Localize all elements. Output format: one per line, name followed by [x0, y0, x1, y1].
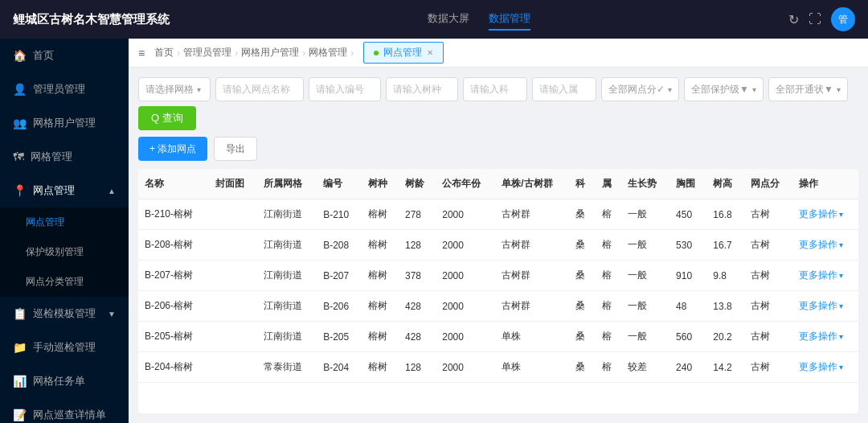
sidebar-item-grid[interactable]: 🗺 网格管理: [0, 140, 129, 174]
sidebar-item-admin[interactable]: 👤 管理员管理: [0, 72, 129, 106]
table-header-row: 名称 封面图 所属网格 编号 树种 树龄 公布年份 单株/古树群 科 属 生长势…: [138, 169, 858, 199]
admin-icon: 👤: [13, 83, 27, 96]
filter-status-arrow: ▾: [837, 85, 841, 94]
col-type: 单株/古树群: [495, 169, 569, 199]
tab-node-manage[interactable]: 网点管理 ✕: [363, 42, 444, 64]
sidebar-item-home[interactable]: 🏠 首页: [0, 39, 129, 72]
op-more-link[interactable]: 更多操作 ▾: [799, 330, 852, 343]
table-row: B-206-榕树江南街道B-206榕树4282000古树群桑榕一般4813.8古…: [138, 291, 858, 322]
filter-bar: 请选择网格 ▾ 全部网点分✓ ▾ 全部保护级▼ ▾ 全部开通状▼: [138, 77, 858, 130]
nav-data-screen[interactable]: 数据大屏: [428, 8, 469, 31]
col-growth: 生长势: [621, 169, 669, 199]
filter-grid-select[interactable]: 请选择网格 ▾: [138, 77, 211, 101]
table-row: B-207-榕树江南街道B-207榕树3782000古树群桑榕一般9109.8古…: [138, 261, 858, 291]
filter-name-input[interactable]: [215, 77, 304, 101]
avatar[interactable]: 管: [831, 7, 855, 31]
fullscreen-icon[interactable]: ⛶: [809, 12, 821, 27]
col-family: 科: [569, 169, 595, 199]
tabs-bar: ≡ 首页 › 管理员管理 › 网格用户管理 › 网格管理 › 网点管理 ✕: [129, 39, 868, 68]
filter-grid-placeholder: 请选择网格: [145, 83, 194, 97]
grid-user-icon: 👥: [13, 117, 27, 129]
op-more-link[interactable]: 更多操作 ▾: [799, 360, 852, 374]
op-more-link[interactable]: 更多操作 ▾: [799, 299, 852, 313]
layout: 🏠 首页 👤 管理员管理 👥 网格用户管理 🗺 网格管理 📍 网点管理 ▲ 网点…: [0, 39, 868, 423]
breadcrumb-admin[interactable]: 管理员管理: [183, 46, 231, 60]
filter-score-label: 全部网点分✓: [608, 83, 665, 97]
table-row: B-208-榕树江南街道B-208榕树1282000古树群桑榕一般53016.7…: [138, 230, 858, 261]
add-node-button[interactable]: + 添加网点: [138, 137, 207, 161]
filter-score-arrow: ▾: [668, 85, 672, 94]
op-chevron-icon: ▾: [839, 363, 843, 372]
col-score: 网点分: [744, 169, 792, 199]
op-chevron-icon: ▾: [839, 302, 843, 310]
sidebar-sub-classification[interactable]: 网点分类管理: [0, 267, 129, 297]
grid-icon: 🗺: [13, 150, 24, 163]
col-code: 编号: [317, 169, 362, 199]
main-content: ≡ 首页 › 管理员管理 › 网格用户管理 › 网格管理 › 网点管理 ✕: [129, 39, 868, 423]
home-icon: 🏠: [13, 49, 27, 62]
header-actions: ↻ ⛶ 管: [788, 7, 855, 31]
col-species: 树种: [362, 169, 399, 199]
breadcrumb-grid[interactable]: 网格管理: [309, 46, 347, 60]
export-button[interactable]: 导出: [214, 137, 257, 161]
template-icon: 📋: [13, 307, 27, 320]
filter-genus-input[interactable]: [532, 77, 596, 101]
table-row: B-205-榕树江南街道B-205榕树4282000单株桑榕一般56020.2古…: [138, 322, 858, 352]
filter-protection-arrow: ▾: [752, 85, 756, 94]
chevron-up-icon: ▲: [108, 187, 116, 195]
sidebar-item-detail[interactable]: 📝 网点巡查详情单: [0, 398, 129, 423]
nav-data-manage[interactable]: 数据管理: [489, 8, 530, 31]
filter-species-input[interactable]: [386, 77, 458, 101]
action-bar: + 添加网点 导出: [138, 137, 858, 161]
col-girth: 胸围: [669, 169, 706, 199]
manual-icon: 📁: [13, 341, 27, 354]
sidebar-sub-protection[interactable]: 保护级别管理: [0, 237, 129, 267]
col-grid: 所属网格: [257, 169, 317, 199]
table-container: 名称 封面图 所属网格 编号 树种 树龄 公布年份 单株/古树群 科 属 生长势…: [138, 169, 858, 413]
filter-code-input[interactable]: [309, 77, 381, 101]
op-more-link[interactable]: 更多操作 ▾: [799, 269, 852, 282]
op-chevron-icon: ▾: [839, 332, 843, 341]
sidebar-item-grid-user[interactable]: 👥 网格用户管理: [0, 106, 129, 140]
filter-status-select[interactable]: 全部开通状▼ ▾: [768, 77, 848, 101]
col-op: 操作: [792, 169, 858, 199]
op-chevron-icon: ▾: [839, 240, 843, 249]
op-more-link[interactable]: 更多操作 ▾: [799, 238, 852, 252]
chevron-down-icon: ▼: [108, 310, 116, 318]
table-row: B-204-榕树常泰街道B-204榕树1282000单株桑榕较差24014.2古…: [138, 352, 858, 383]
sidebar-item-node-manage[interactable]: 📍 网点管理 ▲: [0, 174, 129, 207]
filter-score-select[interactable]: 全部网点分✓ ▾: [601, 77, 679, 101]
sidebar-item-manual-patrol[interactable]: 📁 手动巡检管理: [0, 331, 129, 364]
app-title: 鲤城区古树名木智慧管理系统: [13, 12, 170, 27]
data-table: 名称 封面图 所属网格 编号 树种 树龄 公布年份 单株/古树群 科 属 生长势…: [138, 169, 858, 383]
header: 鲤城区古树名木智慧管理系统 数据大屏 数据管理 ↻ ⛶ 管: [0, 0, 868, 39]
breadcrumb-grid-user[interactable]: 网格用户管理: [241, 46, 299, 60]
filter-protection-select[interactable]: 全部保护级▼ ▾: [684, 77, 764, 101]
sidebar-sub-node: 网点管理 保护级别管理 网点分类管理: [0, 207, 129, 297]
refresh-icon[interactable]: ↻: [788, 12, 799, 27]
filter-family-input[interactable]: [463, 77, 527, 101]
col-cover: 封面图: [209, 169, 257, 199]
node-icon: 📍: [13, 184, 27, 197]
col-height: 树高: [706, 169, 743, 199]
sidebar-item-task[interactable]: 📊 网格任务单: [0, 364, 129, 398]
filter-protection-label: 全部保护级▼: [691, 83, 749, 97]
breadcrumb-home[interactable]: 首页: [154, 46, 174, 60]
header-nav: 数据大屏 数据管理: [428, 8, 530, 31]
op-more-link[interactable]: 更多操作 ▾: [799, 207, 852, 221]
tab-close-icon[interactable]: ✕: [427, 48, 433, 57]
col-year: 公布年份: [436, 169, 495, 199]
content-area: 请选择网格 ▾ 全部网点分✓ ▾ 全部保护级▼ ▾ 全部开通状▼: [129, 68, 868, 423]
detail-icon: 📝: [13, 409, 27, 421]
filter-status-label: 全部开通状▼: [776, 83, 833, 97]
filter-grid-arrow: ▾: [197, 85, 201, 94]
op-chevron-icon: ▾: [839, 271, 843, 280]
menu-icon[interactable]: ≡: [138, 47, 145, 60]
tab-active-dot: [374, 51, 379, 55]
breadcrumb: 首页 › 管理员管理 › 网格用户管理 › 网格管理 ›: [154, 46, 354, 60]
table-row: B-210-榕树江南街道B-210榕树2782000古树群桑榕一般45016.8…: [138, 199, 858, 230]
sidebar-sub-node-manage[interactable]: 网点管理: [0, 207, 129, 237]
sidebar: 🏠 首页 👤 管理员管理 👥 网格用户管理 🗺 网格管理 📍 网点管理 ▲ 网点…: [0, 39, 129, 423]
sidebar-item-patrol-template[interactable]: 📋 巡检模板管理 ▼: [0, 297, 129, 331]
query-button[interactable]: Q 查询: [138, 106, 196, 130]
